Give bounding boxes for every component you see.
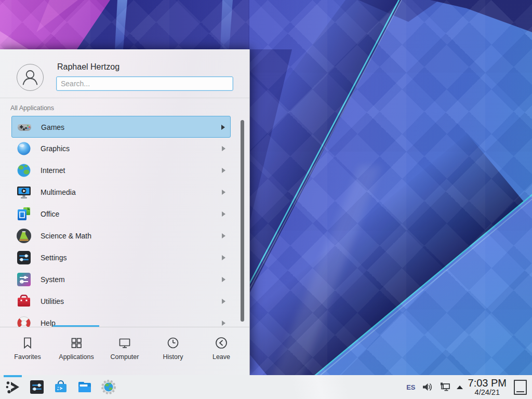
category-label: Graphics — [41, 138, 70, 159]
computer-icon — [118, 336, 131, 350]
tab-label: Leave — [197, 353, 246, 361]
category-label: Multimedia — [41, 181, 76, 203]
application-launcher-menu: Raphael Hertzog All Applications Games — [0, 49, 250, 375]
category-row-games[interactable]: Games — [11, 116, 231, 138]
clock-time: 7:03 PM — [468, 378, 507, 389]
submenu-arrow-icon — [222, 299, 225, 304]
category-label: Office — [41, 203, 59, 225]
leave-icon — [215, 336, 228, 350]
submenu-arrow-icon — [222, 233, 225, 238]
launcher-tabbar: Favorites Applications Computer — [0, 327, 249, 376]
system-sliders-icon — [16, 271, 32, 288]
category-label: Settings — [41, 247, 67, 269]
paint-sphere-icon — [16, 140, 32, 157]
flask-icon — [16, 228, 32, 244]
submenu-arrow-icon — [222, 277, 225, 282]
category-row-help[interactable]: Help — [11, 312, 231, 327]
web-browser-launcher[interactable] — [100, 379, 117, 395]
category-row-multimedia[interactable]: Multimedia — [11, 181, 231, 203]
category-row-graphics[interactable]: Graphics — [11, 138, 231, 159]
submenu-arrow-icon — [222, 321, 225, 326]
search-input[interactable] — [56, 76, 233, 91]
desktop: Raphael Hertzog All Applications Games — [0, 0, 532, 399]
app-grid-icon — [70, 336, 83, 350]
active-task-stripe — [4, 375, 22, 377]
tab-leave[interactable]: Leave — [197, 327, 246, 376]
discover-icon — [52, 379, 69, 395]
tab-computer[interactable]: Computer — [100, 327, 149, 376]
system-settings-launcher[interactable] — [29, 379, 45, 395]
submenu-arrow-icon — [222, 168, 225, 173]
keyboard-layout-indicator[interactable]: ES — [406, 383, 415, 391]
submenu-arrow-icon — [222, 146, 225, 151]
category-label: Utilities — [41, 290, 64, 312]
network-icon[interactable] — [438, 381, 451, 393]
user-avatar[interactable] — [17, 64, 44, 91]
tab-label: History — [149, 353, 197, 361]
category-row-science-math[interactable]: Science & Math — [11, 225, 231, 247]
category-row-system[interactable]: System — [11, 269, 231, 290]
category-row-internet[interactable]: Internet — [11, 159, 231, 181]
tab-history[interactable]: History — [149, 327, 197, 376]
submenu-arrow-icon — [222, 190, 225, 195]
sliders-icon — [16, 249, 32, 266]
tab-label: Applications — [52, 353, 101, 361]
system-tray: ES — [406, 381, 462, 393]
taskbar: ES 7:03 PM 4/24/21 — [0, 375, 532, 399]
list-scrollbar[interactable] — [241, 120, 244, 322]
category-label: Internet — [41, 159, 65, 181]
expand-arrow-icon[interactable] — [457, 385, 463, 389]
category-label: Games — [41, 116, 64, 138]
documents-icon — [16, 206, 32, 222]
tab-applications[interactable]: Applications — [52, 327, 101, 376]
file-manager-launcher[interactable] — [76, 379, 93, 395]
submenu-arrow-icon — [222, 255, 225, 260]
file-manager-icon — [76, 379, 93, 395]
submenu-arrow-icon — [221, 125, 225, 130]
category-row-settings[interactable]: Settings — [11, 247, 231, 269]
toolbox-icon — [16, 293, 32, 310]
gamepad-icon — [16, 119, 33, 136]
digital-clock[interactable]: 7:03 PM 4/24/21 — [468, 378, 507, 396]
show-desktop-button[interactable] — [514, 380, 527, 395]
clock-icon — [166, 336, 180, 350]
header-separator — [0, 98, 249, 98]
category-row-office[interactable]: Office — [11, 203, 231, 225]
application-launcher-button[interactable] — [5, 379, 21, 395]
system-settings-icon — [29, 379, 45, 395]
tab-label: Computer — [100, 353, 149, 361]
lifebuoy-icon — [16, 315, 32, 327]
category-list: Games Graphics — [0, 113, 249, 327]
category-label: Science & Math — [41, 225, 91, 247]
category-label: System — [41, 269, 65, 290]
category-row-utilities[interactable]: Utilities — [11, 290, 231, 312]
bookmark-icon — [21, 336, 34, 350]
volume-icon[interactable] — [421, 381, 433, 393]
discover-launcher[interactable] — [52, 379, 69, 395]
user-name: Raphael Hertzog — [57, 62, 119, 72]
clock-date: 4/24/21 — [468, 389, 507, 396]
tab-label: Favorites — [3, 353, 52, 361]
tab-favorites[interactable]: Favorites — [3, 327, 52, 376]
kde-launcher-icon — [5, 379, 21, 395]
media-player-icon — [16, 184, 32, 201]
submenu-arrow-icon — [222, 211, 225, 217]
web-browser-icon — [100, 379, 117, 395]
globe-icon — [16, 162, 32, 179]
section-label: All Applications — [10, 104, 54, 112]
